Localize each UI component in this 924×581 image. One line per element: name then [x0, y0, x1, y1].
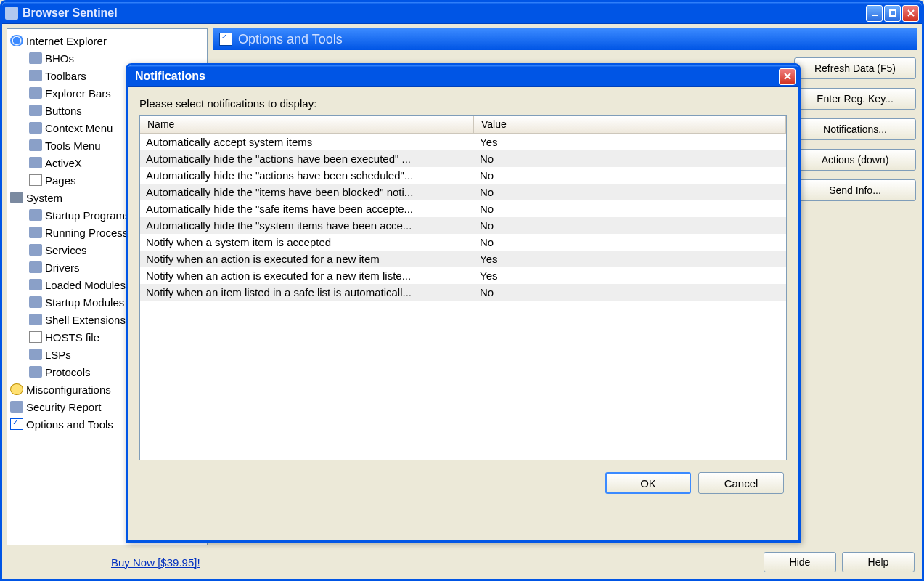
warning-icon [10, 383, 23, 395]
options-icon [10, 418, 23, 430]
table-body: Automatically accept system itemsYesAuto… [140, 134, 786, 301]
table-header: Name Value [140, 116, 786, 134]
send-info-button[interactable]: Send Info... [794, 179, 916, 201]
shell-ext-icon [29, 314, 42, 325]
protocols-icon [29, 366, 42, 378]
pane-header: Options and Tools [213, 28, 917, 50]
table-row[interactable]: Notify when an action is executed for a … [140, 251, 786, 267]
svg-rect-1 [890, 10, 896, 16]
cell-value: Yes [474, 136, 786, 148]
dialog-titlebar: Notifications [128, 65, 798, 87]
main-titlebar: Browser Sentinel [2, 2, 922, 24]
app-icon [5, 7, 18, 20]
table-row[interactable]: Notify when an item listed in a safe lis… [140, 284, 786, 301]
cell-value: No [474, 236, 786, 248]
ok-button[interactable]: OK [605, 472, 691, 494]
lsps-icon [29, 349, 42, 360]
explorer-bar-icon [29, 87, 42, 99]
cell-value: Yes [474, 269, 786, 282]
buy-now-link[interactable]: Buy Now [$39.95]! [111, 556, 200, 569]
footer: Buy Now [$39.95]! Hide Help [2, 550, 922, 574]
table-row[interactable]: Notify when a system item is acceptedNo [140, 234, 786, 251]
dialog-instruction: Please select notifications to display: [139, 97, 787, 110]
notifications-table: Name Value Automatically accept system i… [139, 115, 787, 460]
side-buttons: Refresh Data (F5) Enter Reg. Key... Noti… [794, 57, 917, 210]
cell-name: Automatically hide the "actions have bee… [140, 153, 474, 165]
toolbar-icon [29, 70, 42, 81]
svg-rect-0 [872, 15, 878, 16]
cell-value: No [474, 219, 786, 232]
loaded-modules-icon [29, 279, 42, 290]
hosts-icon [29, 331, 42, 343]
tools-menu-icon [29, 139, 42, 151]
window-title: Browser Sentinel [23, 7, 866, 20]
cell-value: No [474, 169, 786, 182]
hide-button[interactable]: Hide [764, 552, 836, 572]
dialog-buttons: OK Cancel [139, 472, 787, 494]
cell-value: No [474, 286, 786, 298]
cell-value: No [474, 203, 786, 215]
notifications-button[interactable]: Notifications... [794, 118, 916, 140]
services-icon [29, 244, 42, 256]
cell-name: Automatically hide the "actions have bee… [140, 169, 474, 182]
startup-icon [29, 209, 42, 221]
processes-icon [29, 227, 42, 238]
context-menu-icon [29, 122, 42, 134]
notifications-dialog: Notifications Please select notification… [126, 63, 801, 543]
cell-name: Automatically hide the "safe items have … [140, 203, 474, 215]
minimize-button[interactable] [866, 5, 883, 22]
cell-name: Notify when an action is executed for a … [140, 269, 474, 282]
table-row[interactable]: Automatically hide the "system items hav… [140, 217, 786, 234]
actions-button[interactable]: Actions (down) [794, 149, 916, 171]
cell-value: No [474, 186, 786, 198]
cell-name: Automatically hide the "items have been … [140, 186, 474, 198]
column-header-value[interactable]: Value [474, 116, 786, 133]
cell-value: Yes [474, 253, 786, 265]
cell-name: Notify when a system item is accepted [140, 236, 474, 248]
table-row[interactable]: Notify when an action is executed for a … [140, 267, 786, 284]
enter-reg-key-button[interactable]: Enter Reg. Key... [794, 88, 916, 110]
ie-icon [10, 35, 23, 46]
dialog-title: Notifications [135, 70, 779, 83]
window-controls [866, 5, 919, 22]
bho-icon [29, 52, 42, 64]
dialog-body: Please select notifications to display: … [128, 87, 798, 504]
pane-title: Options and Tools [238, 32, 343, 47]
table-row[interactable]: Automatically hide the "actions have bee… [140, 150, 786, 167]
startup-modules-icon [29, 296, 42, 308]
report-icon [10, 401, 23, 413]
activex-icon [29, 157, 42, 168]
cell-name: Automatically accept system items [140, 136, 474, 148]
pane-icon [219, 33, 232, 46]
maximize-button[interactable] [884, 5, 901, 22]
buttons-icon [29, 105, 42, 116]
cell-value: No [474, 153, 786, 165]
dialog-close-button[interactable] [779, 68, 796, 85]
refresh-data-button[interactable]: Refresh Data (F5) [794, 57, 916, 79]
close-button[interactable] [902, 5, 919, 22]
tree-node-internet-explorer[interactable]: Internet Explorer [9, 32, 205, 49]
table-row[interactable]: Automatically hide the "items have been … [140, 184, 786, 200]
column-header-name[interactable]: Name [140, 116, 474, 133]
help-button[interactable]: Help [842, 552, 915, 572]
table-row[interactable]: Automatically hide the "safe items have … [140, 200, 786, 217]
pages-icon [29, 174, 42, 186]
cancel-button[interactable]: Cancel [698, 472, 784, 494]
cell-name: Notify when an action is executed for a … [140, 253, 474, 265]
table-row[interactable]: Automatically hide the "actions have bee… [140, 167, 786, 184]
cell-name: Notify when an item listed in a safe lis… [140, 286, 474, 298]
table-row[interactable]: Automatically accept system itemsYes [140, 134, 786, 150]
system-icon [10, 192, 23, 203]
cell-name: Automatically hide the "system items hav… [140, 219, 474, 232]
drivers-icon [29, 261, 42, 273]
